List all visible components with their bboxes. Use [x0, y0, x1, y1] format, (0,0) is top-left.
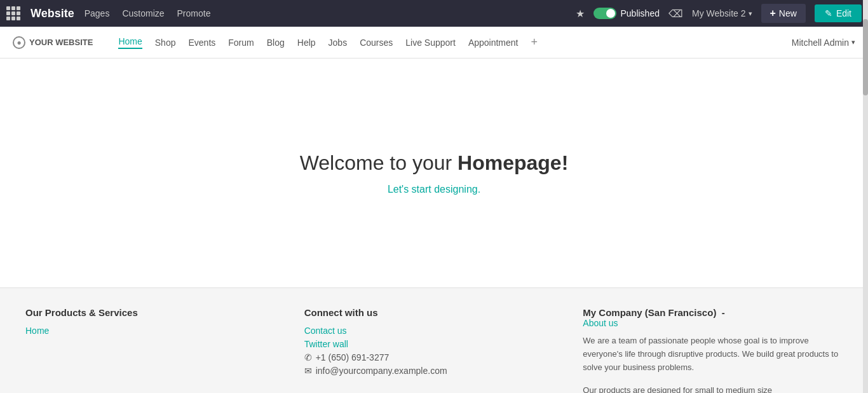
globe-icon: ●	[13, 36, 25, 49]
plus-icon: +	[770, 8, 776, 19]
footer-twitter-link[interactable]: Twitter wall	[304, 339, 564, 349]
nav-add-icon[interactable]: +	[531, 36, 538, 49]
footer-products-heading: Our Products & Services	[25, 307, 285, 318]
my-website-dropdown[interactable]: My Website 2	[692, 8, 752, 18]
footer-company: My Company (San Francisco) - About us We…	[583, 307, 843, 393]
footer-desc2: Our products are designed for small to m…	[583, 384, 843, 393]
site-nav-links: Home Shop Events Forum Blog Help Jobs Co…	[118, 36, 791, 49]
footer-desc1: We are a team of passionate people whose…	[583, 334, 843, 374]
welcome-bold: Homepage!	[458, 151, 568, 174]
nav-shop[interactable]: Shop	[155, 38, 176, 48]
company-name: My Company (San Francisco)	[583, 307, 716, 318]
site-nav: ● YOUR WEBSITE Home Shop Events Forum Bl…	[0, 27, 868, 59]
grid-icon[interactable]	[6, 6, 20, 20]
footer-email: ✉ info@yourcompany.example.com	[304, 366, 564, 376]
mobile-icon[interactable]: ⌫	[668, 8, 683, 20]
welcome-subtitle: Let's start designing.	[388, 184, 480, 195]
welcome-plain: Welcome to your	[300, 151, 458, 174]
main-content: Welcome to your Homepage! Let's start de…	[0, 59, 868, 287]
nav-events[interactable]: Events	[188, 38, 215, 48]
footer-connect-heading: Connect with us	[304, 307, 564, 318]
phone-icon: ✆	[304, 352, 312, 362]
published-label: Published	[620, 8, 660, 18]
nav-forum[interactable]: Forum	[228, 38, 254, 48]
top-bar-left: Website Pages Customize Promote	[6, 6, 210, 20]
user-menu[interactable]: Mitchell Admin	[792, 38, 855, 48]
new-button[interactable]: + New	[761, 4, 806, 23]
nav-appointment[interactable]: Appointment	[468, 38, 519, 48]
top-bar-right: ★ Published ⌫ My Website 2 + New ✎ Edit	[576, 4, 862, 23]
nav-blog[interactable]: Blog	[267, 38, 285, 48]
pencil-icon: ✎	[825, 8, 832, 18]
nav-courses[interactable]: Courses	[360, 38, 393, 48]
footer-connect: Connect with us Contact us Twitter wall …	[304, 307, 564, 393]
footer-contact-link[interactable]: Contact us	[304, 326, 564, 336]
scrollbar-thumb[interactable]	[863, 19, 868, 95]
top-bar-nav: Pages Customize Promote	[85, 8, 211, 18]
nav-jobs[interactable]: Jobs	[329, 38, 348, 48]
scrollbar[interactable]	[863, 0, 868, 393]
nav-live-support[interactable]: Live Support	[405, 38, 456, 48]
footer-home-link[interactable]: Home	[25, 326, 285, 336]
published-toggle[interactable]	[593, 8, 616, 19]
footer: Our Products & Services Home Connect wit…	[0, 287, 868, 393]
footer-products: Our Products & Services Home	[25, 307, 285, 393]
footer-company-title: My Company (San Francisco) - About us	[583, 307, 843, 328]
nav-help[interactable]: Help	[297, 38, 316, 48]
footer-phone: ✆ +1 (650) 691-3277	[304, 352, 564, 362]
edit-button[interactable]: ✎ Edit	[815, 4, 862, 22]
top-bar: Website Pages Customize Promote ★ Publis…	[0, 0, 868, 27]
promote-nav-item[interactable]: Promote	[177, 8, 211, 18]
toggle-wrap: Published	[593, 8, 660, 19]
nav-home[interactable]: Home	[118, 36, 142, 49]
email-icon: ✉	[304, 366, 312, 376]
site-logo: ● YOUR WEBSITE	[13, 36, 93, 49]
footer-about-link[interactable]: About us	[583, 318, 843, 328]
pages-nav-item[interactable]: Pages	[85, 8, 110, 18]
welcome-title: Welcome to your Homepage!	[300, 151, 569, 175]
top-bar-logo[interactable]: Website	[31, 7, 74, 20]
star-icon[interactable]: ★	[576, 8, 585, 20]
site-logo-text: YOUR WEBSITE	[29, 38, 93, 47]
customize-nav-item[interactable]: Customize	[122, 8, 164, 18]
